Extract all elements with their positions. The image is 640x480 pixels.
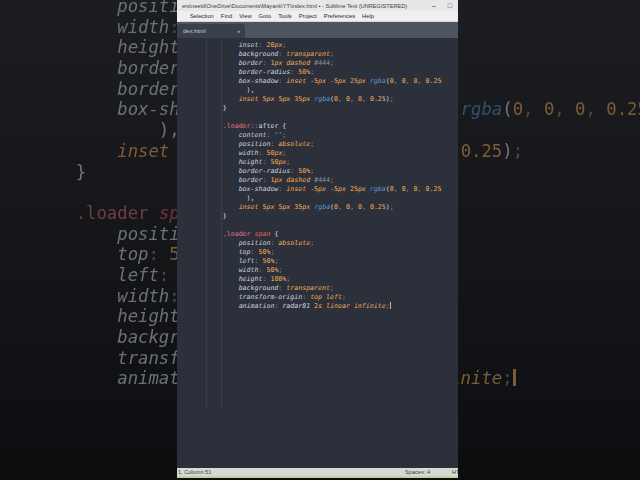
code-line: .loader span { <box>191 230 441 239</box>
code-line: width: 50px; <box>191 149 441 158</box>
code-line: border: 1px dashed #444; <box>191 59 441 68</box>
code-line: border-radius: 50%; <box>191 167 441 176</box>
code-line: box-shadow: inset -5px -5px 25px rgba(0,… <box>444 97 456 98</box>
editor-pane[interactable]: inset: 20px; background: transparent; bo… <box>177 38 458 468</box>
menu-item-help[interactable]: Help <box>362 13 374 19</box>
code-line: border-radius: 50%; <box>191 68 441 77</box>
tab-bar: dex.html ● <box>177 22 458 38</box>
code-line: ), <box>191 86 441 95</box>
minimize-button[interactable]: – <box>426 0 442 11</box>
indentation-status[interactable]: Spaces: 4 <box>405 469 430 475</box>
menu-bar: SelectionFindViewGotoToolsProjectPrefere… <box>177 11 458 22</box>
code-line: border: 1px dashed #444; <box>191 176 441 185</box>
tab-index-html[interactable]: dex.html ● <box>177 24 245 38</box>
shorts-frame: { "window": { "title": "ers\\neeld\\OneD… <box>0 0 640 480</box>
code-line: width: 50%; <box>191 266 441 275</box>
menu-item-goto[interactable]: Goto <box>259 13 272 19</box>
code-line: transform-origin: top left; <box>191 293 441 302</box>
text-cursor <box>513 369 516 386</box>
status-bar: 1, Column 51 Spaces: 4 HTML <box>177 468 458 476</box>
window-title: ers\neeld\OneDrive\Documents\Mayank\YT\i… <box>177 3 426 9</box>
code-line: .loader::after { <box>191 122 441 131</box>
code-line: inset 5px 5px 35px rgba(0, 0, 0, 0.25); <box>191 95 441 104</box>
tab-label: dex.html <box>177 28 237 34</box>
syntax-status[interactable]: HTML <box>452 469 458 475</box>
code-line: position: absolute; <box>191 239 441 248</box>
code-line: inset 5px 5px 35px rgba(0, 0, 0, 0.25); <box>191 203 441 212</box>
code-line: height: 100%; <box>191 275 441 284</box>
menu-item-selection[interactable]: Selection <box>190 13 214 19</box>
sublime-window: ers\neeld\OneDrive\Documents\Mayank\YT\i… <box>177 0 458 480</box>
code-line: inset: 20px; <box>191 41 441 50</box>
menu-item-project[interactable]: Project <box>299 13 317 19</box>
code-line: } <box>191 104 441 113</box>
minimap-code: inset: 20px; background: transparent; bo… <box>444 40 456 98</box>
text-cursor <box>390 302 392 309</box>
menu-item-preferences[interactable]: Preferences <box>324 13 355 19</box>
code-line: position: absolute; <box>191 140 441 149</box>
code-line: left: 50%; <box>191 257 441 266</box>
menu-item-tools[interactable]: Tools <box>278 13 292 19</box>
minimap[interactable]: inset: 20px; background: transparent; bo… <box>444 40 456 98</box>
code-line: height: 50px; <box>191 158 441 167</box>
tab-modified-dot-icon[interactable]: ● <box>237 24 245 38</box>
code-line: top: 50%; <box>191 248 441 257</box>
title-bar: ers\neeld\OneDrive\Documents\Mayank\YT\i… <box>177 0 458 11</box>
code-line: background: transparent; <box>191 50 441 59</box>
code-line: ), <box>191 194 441 203</box>
code-line: content: ''; <box>191 131 441 140</box>
code-line <box>191 113 441 122</box>
code-area: inset: 20px; background: transparent; bo… <box>191 41 441 311</box>
code-line: background: transparent; <box>191 284 441 293</box>
code-line: box-shadow: inset -5px -5px 25px rgba(0,… <box>191 185 441 194</box>
code-line: animation: radar81 2s linear infinite; <box>191 302 441 311</box>
menu-item-find[interactable]: Find <box>221 13 232 19</box>
menu-item-view[interactable]: View <box>239 13 251 19</box>
code-line: box-shadow: inset -5px -5px 25px rgba(0,… <box>191 77 441 86</box>
code-line <box>191 221 441 230</box>
caret-position-status: 1, Column 51 <box>177 469 211 475</box>
code-line: } <box>191 212 441 221</box>
maximize-button[interactable]: □ <box>442 0 458 11</box>
